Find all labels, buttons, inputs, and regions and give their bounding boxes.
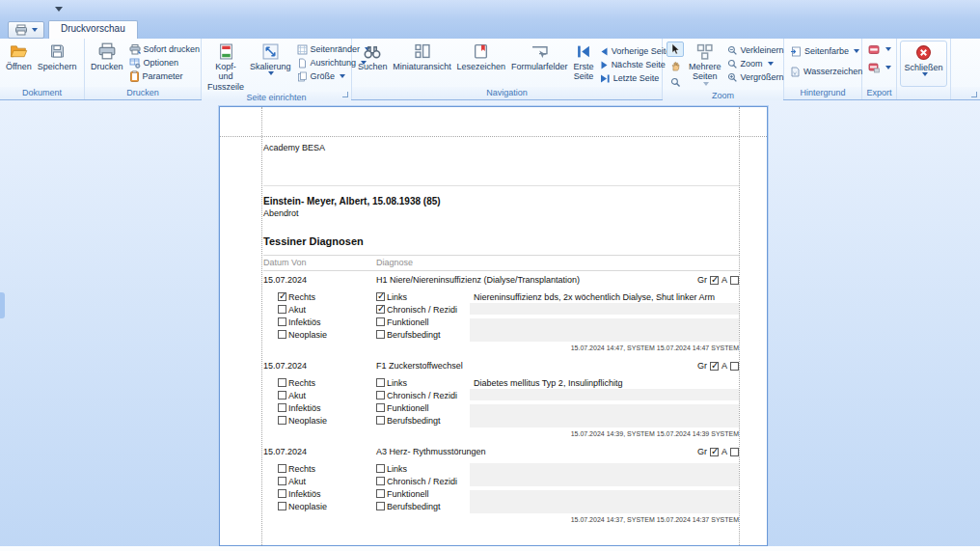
diagnosis-entry: 15.07.2024 A3 Herz- Rythmusstörungen Gr … (263, 445, 739, 525)
save-button[interactable]: Speichern (35, 41, 80, 87)
search-button[interactable]: Suchen (355, 41, 391, 87)
group-filler (951, 39, 980, 99)
hand-tool-button[interactable] (667, 58, 684, 73)
title-bar (0, 0, 980, 19)
watermark-button[interactable]: Wasserzeichen (787, 65, 865, 78)
note-field (470, 463, 739, 486)
entry-timestamp: 15.07.2024 14:39, SYSTEM 15.07.2024 14:3… (263, 430, 739, 439)
gr-checkbox (710, 362, 719, 371)
export-image-button[interactable] (865, 61, 894, 74)
flag-links-checkbox (376, 292, 385, 301)
group-label-dokument: Dokument (0, 87, 84, 99)
zoom-region-tool-button[interactable] (667, 74, 684, 90)
flag-neoplasie-checkbox (278, 502, 286, 510)
chevron-down-icon (885, 66, 891, 69)
thumbnails-icon (414, 41, 431, 61)
header-footer-button[interactable]: Kopf- und Fusszeile (204, 41, 247, 92)
dialog-launcher-icon[interactable] (969, 90, 978, 98)
multiple-pages-icon (696, 41, 714, 61)
zoom-out-button[interactable]: Verkleinern (724, 43, 787, 57)
entry-timestamp: 15.07.2024 14:47, SYSTEM 15.07.2024 14:4… (263, 344, 739, 353)
collapsed-panel-handle[interactable] (0, 292, 5, 318)
gr-label: Gr (697, 275, 707, 285)
group-zoom: Mehrere Seiten Verkleinern Zoom Vergröße… (663, 39, 784, 99)
export-pdf-icon (868, 44, 881, 55)
entry-timestamp: 15.07.2024 14:37, SYSTEM 15.07.2024 14:3… (263, 516, 739, 525)
group-navigation: Suchen Miniaturansicht Lesezeichen Formu… (352, 39, 663, 99)
page-color-button[interactable]: Seitenfarbe (787, 44, 865, 58)
zoom-icon (727, 59, 738, 69)
note-text (470, 463, 739, 475)
chevron-down-icon (703, 82, 709, 86)
options-button[interactable]: Optionen (126, 56, 204, 69)
pointer-tool-button[interactable] (667, 41, 684, 57)
dialog-launcher-icon[interactable] (340, 90, 349, 98)
last-page-icon (600, 74, 611, 83)
flag-akut-checkbox (278, 391, 286, 399)
note-field: Niereninsuffizienz bds, 2x wöchentlich D… (470, 291, 739, 315)
floppy-disk-icon (49, 41, 66, 61)
note-text: Niereninsuffizienz bds, 2x wöchentlich D… (470, 291, 739, 303)
export-image-icon (868, 63, 881, 73)
first-page-button[interactable]: Erste Seite (571, 41, 597, 87)
printer-document-icon (14, 24, 28, 36)
group-drucken: Drucken Sofort drucken Optionen Paramete… (85, 39, 202, 99)
export-pdf-button[interactable] (865, 42, 894, 56)
chevron-down-icon (268, 71, 274, 75)
group-hintergrund: Seitenfarbe Wasserzeichen Hintergrund (784, 39, 862, 99)
quick-access-dropdown-icon[interactable] (55, 7, 63, 12)
form-fields-button[interactable]: Formularfelder (508, 41, 571, 87)
flag-infektioes-checkbox (278, 317, 286, 326)
gr-checkbox (710, 276, 719, 285)
flag-akut-checkbox (278, 305, 286, 314)
a-label: A (721, 361, 727, 371)
flag-links-checkbox (376, 464, 385, 473)
open-button[interactable]: Öffnen (3, 41, 35, 87)
bottom-edge (0, 546, 980, 551)
organization-name: Academy BESA (263, 143, 739, 152)
group-dokument: Öffnen Speichern Dokument (0, 39, 85, 99)
page-color-icon (790, 46, 802, 57)
flag-neoplasie-checkbox (278, 330, 286, 339)
note-text: Diabetes mellitus Typ 2, Insulinpflichit… (470, 377, 739, 389)
flag-chronisch-checkbox (376, 391, 385, 399)
options-grid-gear-icon (129, 58, 141, 69)
application-menu-button[interactable] (8, 21, 44, 39)
entry-date: 15.07.2024 (263, 361, 376, 371)
right-margin-guide (739, 107, 740, 545)
thumbnails-button[interactable]: Miniaturansicht (391, 41, 454, 87)
entry-date: 15.07.2024 (263, 447, 376, 456)
flag-infektioes-checkbox (278, 403, 286, 412)
quick-print-button[interactable]: Sofort drucken (126, 42, 204, 56)
table-header: Datum Von Diagnose (263, 255, 739, 271)
size-page-icon (297, 71, 308, 82)
chevron-down-icon (885, 47, 891, 51)
multiple-pages-button[interactable]: Mehrere Seiten (686, 41, 724, 90)
entry-title: A3 Herz- Rythmusstörungen (376, 447, 697, 456)
print-button[interactable]: Drucken (88, 41, 126, 87)
next-page-icon (600, 61, 609, 69)
preview-area[interactable]: Academy BESA Einstein- Meyer, Albert, 15… (0, 100, 980, 551)
tab-druckvorschau[interactable]: Druckvorschau (48, 20, 138, 39)
diagnosis-entry: 15.07.2024 F1 Zuckerstoffwechsel Gr A Re… (263, 359, 739, 439)
a-checkbox (730, 448, 739, 456)
left-margin-guide (261, 107, 262, 545)
zoom-menu-button[interactable]: Zoom (724, 57, 787, 70)
ribbon: Öffnen Speichern Dokument Drucken (0, 39, 980, 100)
patient-name: Einstein- Meyer, Albert, 15.08.1938 (85) (263, 196, 739, 207)
entry-date: 15.07.2024 (263, 275, 376, 285)
chevron-down-icon (768, 62, 774, 66)
zoom-in-button[interactable]: Vergrößern (724, 70, 787, 84)
flag-infektioes-checkbox (278, 489, 286, 498)
bookmarks-button[interactable]: Lesezeichen (454, 41, 509, 87)
note-field: Diabetes mellitus Typ 2, Insulinpflichit… (470, 377, 739, 400)
group-schliessen: Schließen (897, 39, 951, 99)
close-preview-button[interactable]: Schließen (900, 41, 946, 87)
note-field (470, 490, 739, 513)
document-page: Academy BESA Einstein- Meyer, Albert, 15… (219, 106, 768, 546)
parameter-button[interactable]: Parameter (126, 69, 204, 83)
scaling-button[interactable]: Skalierung (247, 41, 294, 92)
gr-label: Gr (697, 361, 707, 371)
flag-funktionell-checkbox (376, 489, 385, 498)
unit-name: Abendrot (263, 208, 739, 218)
